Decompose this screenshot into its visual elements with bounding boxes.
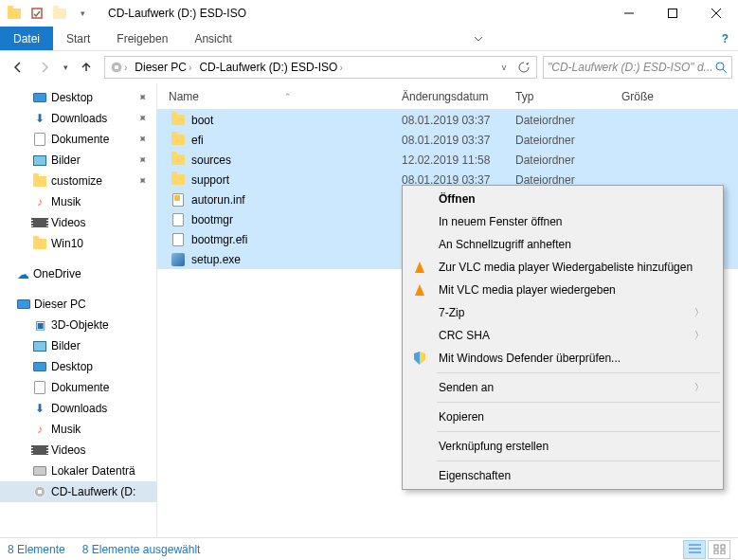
breadcrumb-root-icon[interactable]: › <box>107 62 131 73</box>
menu-item-label: 7-Zip <box>439 306 464 319</box>
column-type[interactable]: Typ <box>515 90 621 103</box>
ribbon-tab-view[interactable]: Ansicht <box>181 27 244 50</box>
nav-quick-item[interactable]: ♪Musik <box>0 191 156 212</box>
column-name[interactable]: Name⌃ <box>157 90 402 103</box>
inf-icon <box>171 192 186 208</box>
menu-item[interactable]: Zur VLC media player Wiedergabeliste hin… <box>405 256 721 279</box>
menu-separator <box>437 402 720 403</box>
minimize-button[interactable] <box>607 0 651 27</box>
close-button[interactable] <box>694 0 738 27</box>
address-bar[interactable]: › Dieser PC› CD-Laufwerk (D:) ESD-ISO› v <box>104 56 537 79</box>
refresh-icon[interactable] <box>513 55 534 80</box>
ribbon-expand-icon[interactable] <box>464 27 493 50</box>
breadcrumb-item-pc[interactable]: Dieser PC› <box>131 61 195 74</box>
ribbon-tab-start[interactable]: Start <box>53 27 103 50</box>
view-details-button[interactable] <box>683 540 706 559</box>
menu-item-label: An Schnellzugriff anheften <box>439 238 571 251</box>
file-name: boot <box>191 114 213 127</box>
file-name: sources <box>191 154 231 167</box>
column-headers[interactable]: Name⌃ Änderungsdatum Typ Größe <box>157 83 738 110</box>
menu-item[interactable]: Eigenschaften <box>405 464 721 487</box>
nav-pc-item[interactable]: Dokumente <box>0 377 156 398</box>
recent-locations-icon[interactable]: ▾ <box>59 55 72 80</box>
address-dropdown-icon[interactable]: v <box>495 55 513 80</box>
folder-icon <box>171 113 186 128</box>
nav-pc-item[interactable]: Bilder <box>0 335 156 356</box>
menu-item[interactable]: An Schnellzugriff anheften <box>405 233 721 256</box>
music-icon: ♪ <box>32 422 47 437</box>
ribbon-file-tab[interactable]: Datei <box>0 27 53 50</box>
nav-pc-item[interactable]: ⬇Downloads <box>0 398 156 419</box>
ribbon-tab-share[interactable]: Freigeben <box>103 27 181 50</box>
nav-onedrive[interactable]: ☁OneDrive <box>0 263 156 284</box>
back-button[interactable] <box>6 55 30 80</box>
file-type: Dateiordner <box>515 154 621 167</box>
file-type: Dateiordner <box>515 114 621 127</box>
svg-point-5 <box>716 63 724 70</box>
vlc-icon <box>412 260 427 275</box>
file-icon <box>171 232 186 247</box>
menu-item[interactable]: Senden an〉 <box>405 376 721 399</box>
menu-item[interactable]: CRC SHA〉 <box>405 324 721 347</box>
file-name: bootmgr.efi <box>191 233 247 246</box>
sort-indicator-icon: ⌃ <box>284 92 292 101</box>
file-row[interactable]: efi08.01.2019 03:37Dateiordner <box>157 130 738 150</box>
nav-quick-item[interactable]: Videos <box>0 212 156 233</box>
nav-pc-item[interactable]: Desktop <box>0 356 156 377</box>
column-modified[interactable]: Änderungsdatum <box>402 90 515 103</box>
video-icon <box>32 443 47 458</box>
file-name: bootmgr <box>191 213 233 226</box>
qat-dropdown-icon[interactable]: ▾ <box>72 3 93 24</box>
menu-item[interactable]: Öffnen <box>405 188 721 210</box>
menu-item-label: Senden an <box>439 381 494 394</box>
file-row[interactable]: sources12.02.2019 11:58Dateiordner <box>157 150 738 170</box>
nav-quick-item[interactable]: ⬇Downloads✦ <box>0 108 156 129</box>
nav-quick-item[interactable]: Desktop✦ <box>0 87 156 108</box>
properties-icon[interactable] <box>27 3 47 24</box>
view-large-icons-button[interactable] <box>708 540 730 559</box>
menu-item[interactable]: Verknüpfung erstellen <box>405 435 721 458</box>
nav-quick-item[interactable]: Bilder✦ <box>0 150 156 171</box>
menu-item[interactable]: Kopieren <box>405 406 721 428</box>
forward-button[interactable] <box>32 55 57 80</box>
nav-pc-item[interactable]: CD-Laufwerk (D: <box>0 481 156 502</box>
downloads-icon: ⬇ <box>32 401 47 416</box>
menu-separator <box>437 372 720 373</box>
up-button[interactable] <box>74 55 99 80</box>
menu-item-label: Mit VLC media player wiedergeben <box>439 283 616 297</box>
menu-item[interactable]: Mit VLC media player wiedergeben <box>405 279 721 301</box>
pics-icon <box>32 338 47 353</box>
chevron-right-icon: 〉 <box>694 381 704 394</box>
column-size[interactable]: Größe <box>621 90 738 103</box>
file-modified: 08.01.2019 03:37 <box>402 114 515 127</box>
navigation-pane[interactable]: Desktop✦⬇Downloads✦Dokumente✦Bilder✦cust… <box>0 83 157 537</box>
svg-rect-11 <box>721 545 725 549</box>
breadcrumb-item-drive[interactable]: CD-Laufwerk (D:) ESD-ISO› <box>195 61 346 74</box>
nav-pc-item[interactable]: ♪Musik <box>0 419 156 440</box>
ribbon-help-icon[interactable]: ? <box>712 27 738 50</box>
nav-this-pc[interactable]: Dieser PC <box>0 294 156 315</box>
menu-item[interactable]: 7-Zip〉 <box>405 301 721 324</box>
file-row[interactable]: boot08.01.2019 03:37Dateiordner <box>157 110 738 130</box>
search-input[interactable]: "CD-Laufwerk (D:) ESD-ISO" d... <box>543 56 732 79</box>
nav-quick-item[interactable]: Win10 <box>0 233 156 254</box>
menu-item-label: Verknüpfung erstellen <box>439 440 549 453</box>
menu-item[interactable]: In neuem Fenster öffnen <box>405 210 721 233</box>
nav-quick-item[interactable]: Dokumente✦ <box>0 129 156 150</box>
nav-pc-item[interactable]: Lokaler Datenträ <box>0 461 156 481</box>
nav-pc-item[interactable]: Videos <box>0 440 156 461</box>
file-name: setup.exe <box>191 253 241 266</box>
pics-icon <box>32 153 47 168</box>
menu-separator <box>437 461 720 461</box>
maximize-button[interactable] <box>651 0 694 27</box>
svg-rect-12 <box>714 551 718 554</box>
nav-pc-item[interactable]: ▣3D-Objekte <box>0 315 156 335</box>
explorer-icon <box>4 3 25 24</box>
disc-icon <box>32 484 47 499</box>
nav-quick-item[interactable]: customize✦ <box>0 171 156 191</box>
menu-item[interactable]: Mit Windows Defender überprüfen... <box>405 347 721 370</box>
folder-icon <box>171 172 186 188</box>
desktop-icon <box>32 90 47 105</box>
new-folder-icon[interactable] <box>49 3 70 24</box>
file-name: support <box>191 173 229 187</box>
